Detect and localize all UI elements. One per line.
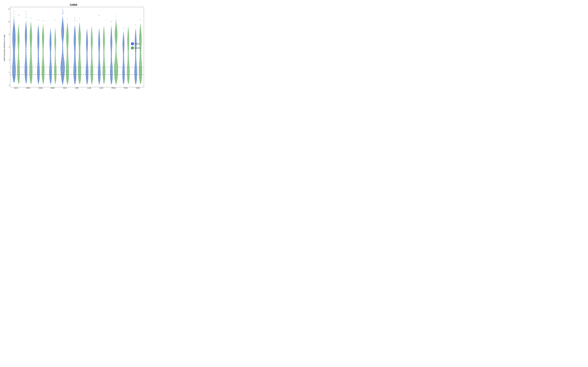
svg-point-89 (55, 19, 56, 20)
violin-coad-normal (42, 21, 44, 84)
svg-point-25 (18, 15, 19, 16)
violin-prad-normal (114, 16, 118, 85)
plot-with-yaxis: 121086420 (6, 7, 144, 87)
y-ticks: 121086420 (6, 7, 10, 87)
plot-and-x: 121086420 (6, 7, 144, 89)
violin-hnsc-tumor (49, 28, 52, 84)
svg-point-107 (62, 9, 63, 10)
svg-point-15 (14, 13, 14, 14)
x-axis-label: COAD (35, 87, 47, 89)
violin-lusc-tumor (98, 15, 101, 84)
svg-point-62 (38, 20, 39, 21)
legend-color-box (131, 42, 134, 45)
violin-lusc-normal (103, 26, 105, 84)
svg-point-38 (26, 17, 26, 18)
x-axis-label: PRAD (107, 87, 120, 89)
violin-blca-normal (17, 15, 20, 84)
legend-label: Tumor (135, 43, 140, 45)
violin-kich-normal (66, 19, 69, 85)
violin-brca-normal (29, 18, 33, 84)
violin-luad-normal (91, 26, 93, 84)
svg-point-121 (67, 19, 68, 19)
x-labels: BLCABRCACOADHNSCKICHKIRCLUADLUSCPRADTHCA… (6, 87, 144, 89)
violin-prad-tumor (110, 21, 113, 85)
x-axis-label: KICH (59, 87, 71, 89)
svg-point-229 (140, 19, 141, 20)
x-axis-label: UCEC (132, 87, 144, 89)
svg-point-105 (62, 13, 63, 14)
svg-point-40 (26, 12, 26, 12)
svg-point-221 (135, 25, 136, 25)
svg-point-72 (43, 21, 43, 21)
y-tick: 12 (8, 8, 10, 10)
x-axis-label: THCA (120, 87, 132, 89)
violin-thca-tumor (122, 28, 125, 85)
svg-point-165 (99, 15, 99, 16)
x-axis-label: KIRC (71, 87, 83, 89)
violin-blca-tumor (12, 11, 16, 83)
y-tick: 0 (9, 84, 10, 86)
y-axis-label: mRNA Expression (RNASeq V2, log2) (3, 7, 6, 89)
svg-point-205 (123, 28, 124, 29)
violin-coad-tumor (37, 20, 40, 84)
svg-point-141 (79, 19, 80, 19)
plot-area (10, 7, 144, 87)
y-tick: 8 (9, 33, 10, 35)
svg-point-131 (75, 21, 75, 21)
legend: TumorNormal (131, 42, 140, 49)
y-tick: 10 (8, 21, 10, 23)
violin-hnsc-normal (54, 19, 56, 84)
svg-point-197 (116, 16, 116, 17)
x-axis-label: HNSC (47, 87, 59, 89)
svg-point-16 (14, 11, 14, 12)
svg-point-39 (26, 14, 26, 15)
violin-ucec-normal (139, 19, 142, 84)
svg-point-108 (62, 14, 62, 15)
x-axis-label: LUSC (95, 87, 107, 89)
y-tick: 6 (9, 46, 10, 48)
svg-point-132 (75, 18, 75, 18)
y-tick: 2 (9, 72, 10, 73)
violin-kirc-tumor (73, 18, 76, 85)
legend-color-box (131, 47, 134, 49)
chart-title: CHD5 (3, 2, 144, 7)
plot-svg (10, 7, 144, 87)
legend-item: Tumor (131, 42, 140, 45)
svg-point-106 (62, 11, 63, 12)
legend-item: Normal (131, 47, 140, 49)
y-tick: 4 (9, 59, 10, 61)
x-axis-label: LUAD (83, 87, 95, 89)
x-axis-label: BLCA (10, 87, 22, 89)
legend-label: Normal (135, 47, 140, 49)
violin-luad-tumor (86, 29, 88, 85)
svg-point-184 (111, 21, 112, 22)
svg-point-109 (63, 12, 64, 13)
chart-container: CHD5 mRNA Expression (RNASeq V2, log2) 1… (3, 2, 144, 90)
x-axis-label: BRCA (22, 87, 35, 89)
violin-kirc-normal (78, 19, 81, 84)
violin-brca-tumor (25, 12, 27, 84)
chart-area: mRNA Expression (RNASeq V2, log2) 121086… (3, 7, 144, 89)
svg-point-51 (31, 18, 31, 18)
violin-thca-normal (127, 26, 130, 84)
